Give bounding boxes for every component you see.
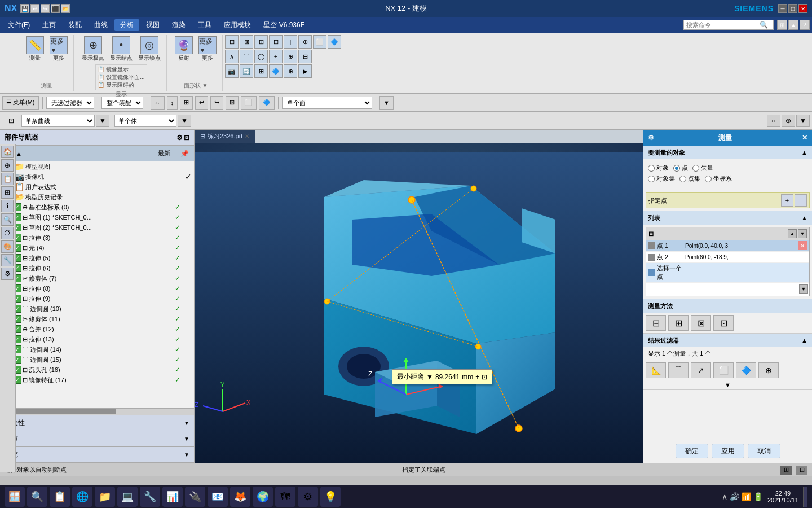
list-item-point2[interactable]: 点 2 Point(60.0, -18.9, [646, 252, 809, 263]
transform-btn-7[interactable]: ⬜ [241, 96, 257, 110]
tree-item-shell4[interactable]: ✓ ⊡ 壳 (4) ✓ [0, 243, 194, 253]
list-nav-up[interactable]: ▲ [788, 229, 797, 238]
taskbar-firefox-btn[interactable]: 🦊 [230, 487, 250, 507]
transform-btn-8[interactable]: 🔷 [259, 96, 275, 110]
body-select[interactable]: 单个体 [114, 115, 176, 127]
expand-btn[interactable]: ▼ [379, 96, 394, 110]
apply-button[interactable]: 应用 [712, 444, 744, 458]
rtb2-btn-6[interactable]: ⊟ [298, 50, 312, 63]
rtb3-btn-4[interactable]: 🔷 [269, 64, 283, 78]
menu-curve[interactable]: 曲线 [89, 19, 113, 31]
save-btn[interactable]: 💾 [20, 4, 29, 13]
menu-view[interactable]: 视图 [140, 19, 165, 31]
radio-objectset[interactable]: 对象集 [648, 174, 675, 183]
result-icon-6[interactable]: ⊕ [758, 362, 779, 378]
filter-collapse-icon[interactable]: ▲ [801, 337, 807, 344]
panel-close-icon[interactable]: ✕ [802, 134, 807, 142]
menu-analysis[interactable]: 分析 [114, 19, 139, 31]
taskbar-tool2-btn[interactable]: 📊 [162, 487, 183, 507]
collapse-relevance[interactable]: 相关性 ▼ [0, 415, 194, 431]
sidebar-icon-8[interactable]: 🎨 [1, 240, 14, 253]
rtb3-btn-1[interactable]: 📷 [225, 64, 239, 78]
status-icon-2[interactable]: ⊡ [796, 466, 807, 475]
point-add-btn[interactable]: + [781, 194, 793, 207]
taskbar-taskview-btn[interactable]: 📋 [50, 487, 70, 507]
viewport[interactable]: ⊟ 练习2326.prt ✕ [195, 130, 643, 463]
radio-object[interactable]: 对象 [648, 164, 669, 172]
cancel-button[interactable]: 取消 [748, 444, 780, 458]
taskbar-browser-btn[interactable]: 🌍 [253, 487, 273, 507]
search-icon[interactable]: 🔍 [760, 21, 768, 29]
sidebar-expand-icon[interactable]: ⊡ [184, 134, 189, 142]
taskbar-clock[interactable]: 22:49 2021/10/11 [767, 490, 798, 503]
menu-apps[interactable]: 应用模块 [218, 19, 257, 31]
tree-item-history[interactable]: - 📂 模型历史记录 [0, 192, 194, 202]
tree-item-trim11[interactable]: ✓ ✂ 修剪体 (11) ✓ [0, 314, 194, 324]
sidebar-icon-7[interactable]: ⏱ [1, 227, 14, 239]
show-nodes-btn[interactable]: • 显示结点 [108, 35, 135, 63]
show-poles-btn[interactable]: ⊕ 显示极点 [80, 35, 107, 63]
rtb2-btn-5[interactable]: ⊕ [284, 50, 297, 63]
taskbar-tool1-btn[interactable]: 🔧 [140, 487, 160, 507]
method-icon-3[interactable]: ⊠ [691, 315, 711, 331]
tab-main-file[interactable]: ⊟ 练习2326.prt ✕ [195, 130, 255, 143]
show-mirror-pts-btn[interactable]: ◎ 显示镜点 [136, 35, 163, 63]
taskbar-start-btn[interactable]: 🪟 [5, 487, 25, 507]
tab-close-btn[interactable]: ✕ [245, 133, 249, 139]
sidebar-icon-4[interactable]: ⊞ [1, 186, 14, 199]
taskbar-files-btn[interactable]: 📁 [95, 487, 115, 507]
result-icon-5[interactable]: 🔷 [736, 362, 756, 378]
tree-item-fillet15[interactable]: ✓ ⌒ 边倒圆 (15) ✓ [0, 354, 194, 365]
tree-item-trim7[interactable]: ✓ ✂ 修剪体 (7) ✓ [0, 273, 194, 283]
transform-btn-4[interactable]: ↩ [195, 96, 208, 110]
new-btn[interactable]: ⬛ [51, 4, 60, 13]
show-desktop-btn[interactable] [803, 487, 807, 507]
measure-btn[interactable]: 📏 测量 [24, 35, 46, 63]
tree-item-unite12[interactable]: ✓ ⊕ 合并 (12) ✓ [0, 324, 194, 334]
transform-btn-3[interactable]: ⊞ [180, 96, 193, 110]
sidebar-settings-icon[interactable]: ⚙ [176, 134, 183, 142]
tree-item-model-view[interactable]: + 📁 模型视图 [0, 161, 194, 172]
curve-dropdown-btn[interactable]: ▼ [96, 115, 109, 127]
sidebar-icon-6[interactable]: 🔍 [1, 213, 14, 226]
tree-item-sketch1[interactable]: ✓ ⊟ 草图 (1) *SKETCH_0... ✓ [0, 212, 194, 222]
open-btn[interactable]: 📂 [61, 4, 70, 13]
status-icon-1[interactable]: ⊞ [780, 466, 792, 475]
close-button[interactable]: ✕ [798, 4, 807, 13]
set-mirror-plane-item[interactable]: 📋 设置镜像平面... [98, 73, 144, 81]
menu-tools[interactable]: 工具 [192, 19, 217, 31]
rtb-btn-8[interactable]: 🔷 [328, 35, 341, 49]
list-sort-icon[interactable]: ⊟ [648, 230, 654, 238]
rtb2-btn-2[interactable]: ⌒ [240, 50, 253, 63]
confirm-button[interactable]: 确定 [676, 444, 708, 458]
rtb2-btn-1[interactable]: ∧ [225, 50, 239, 63]
show-blocked-item[interactable]: 📋 显示阻碍的 [98, 81, 144, 89]
rtb3-btn-2[interactable]: 🔄 [240, 64, 253, 78]
radio-point[interactable]: 点 [673, 164, 688, 172]
tooltip-more-icon[interactable]: ⊡ [482, 373, 487, 381]
result-icon-4[interactable]: ⬜ [713, 362, 734, 378]
method-icon-1[interactable]: ⊟ [646, 315, 666, 331]
menu-dropdown-btn[interactable]: ☰ 菜单(M) [2, 96, 39, 110]
search-input[interactable] [686, 21, 760, 28]
face-select[interactable]: 单个面 [282, 97, 372, 109]
tree-item-extrude5[interactable]: ✓ ⊞ 拉伸 (5) ✓ [0, 253, 194, 263]
list-item-point1[interactable]: 点 1 Point(0.0, 40.0, 3 ✕ [646, 240, 809, 252]
result-icon-3[interactable]: ↗ [691, 362, 711, 378]
transform-btn-5[interactable]: ↪ [210, 96, 223, 110]
rtb-btn-5[interactable]: | [284, 35, 297, 49]
menu-starsky[interactable]: 星空 V6.936F [258, 19, 310, 31]
mirror-display-item[interactable]: 📋 镜像显示 [98, 65, 144, 73]
collapse-preview[interactable]: 预览 ▼ [0, 447, 194, 463]
rtb-btn-4[interactable]: ⊟ [269, 35, 283, 49]
list-nav-down[interactable]: ▼ [798, 229, 807, 238]
view-toggle-btn[interactable]: ⊞ [777, 20, 787, 30]
transform-btn-1[interactable]: ↔ [151, 96, 165, 110]
restore-button[interactable]: □ [788, 4, 797, 13]
taskbar-edge-btn[interactable]: 🌐 [72, 487, 92, 507]
tree-item-extrude13[interactable]: ✓ ⊞ 拉伸 (13) ✓ [0, 334, 194, 344]
t3-right-btn-3[interactable]: ▼ [796, 115, 810, 127]
more-reflection-btn[interactable]: 更多▼ 更多 [196, 35, 219, 63]
rtb-btn-1[interactable]: ⊞ [225, 35, 239, 49]
body-dropdown-btn[interactable]: ▼ [178, 115, 191, 127]
